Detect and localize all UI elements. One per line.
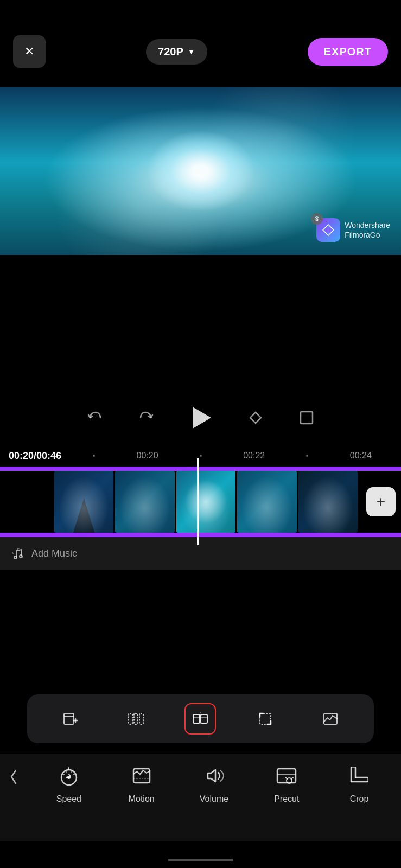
keyframe-button[interactable] [246, 409, 265, 427]
middle-area [0, 255, 401, 407]
time-mark-22: 00:22 [243, 451, 265, 461]
volume-label: Volume [200, 794, 228, 804]
mini-crop-corner-button[interactable] [250, 703, 281, 735]
scroll-indicator [168, 859, 233, 861]
track-top-bar [0, 467, 401, 471]
nav-item-precut[interactable]: Precut [265, 761, 308, 804]
svg-rect-12 [134, 713, 138, 724]
svg-rect-4 [301, 412, 313, 424]
thumbnail-2 [115, 471, 174, 533]
mini-trim-button[interactable] [120, 703, 151, 735]
time-dot [93, 455, 95, 457]
empty-area [0, 570, 401, 694]
playback-controls [0, 396, 401, 439]
add-music-bar[interactable]: Add Music [0, 537, 401, 570]
thumbnail-1 [54, 471, 113, 533]
timeline-ruler: 00:20/00:46 00:20 00:22 00:24 [0, 445, 401, 467]
svg-rect-19 [260, 713, 271, 724]
svg-rect-14 [193, 714, 200, 723]
watermark: ⊗ Wondershare FilmoraGo [316, 218, 390, 242]
speed-icon [54, 761, 84, 791]
time-marks: 00:20 00:22 00:24 [72, 451, 392, 461]
quality-selector[interactable]: 720P ▼ [146, 39, 207, 65]
time-mark-24: 00:24 [350, 451, 372, 461]
playhead [197, 458, 199, 545]
crop-label: Crop [350, 794, 369, 804]
track-thumbnails [54, 471, 358, 533]
svg-rect-15 [201, 714, 207, 723]
nav-items: Speed Motion Volume [27, 761, 401, 804]
svg-rect-23 [133, 769, 150, 783]
fullscreen-button[interactable] [297, 409, 316, 427]
svg-rect-11 [129, 713, 132, 724]
svg-rect-3 [250, 412, 261, 423]
watermark-text-block: Wondershare FilmoraGo [345, 220, 390, 240]
thumbnail-5 [298, 471, 358, 533]
svg-rect-7 [64, 713, 74, 724]
nav-item-speed[interactable]: Speed [47, 761, 91, 804]
undo-button[interactable] [86, 409, 104, 427]
mini-split-button[interactable] [184, 703, 216, 735]
precut-icon [271, 761, 302, 791]
timeline-track[interactable]: + [0, 467, 401, 537]
main-bottom-nav: Speed Motion Volume [0, 754, 401, 841]
time-dot [306, 455, 308, 457]
precut-label: Precut [274, 794, 299, 804]
nav-item-crop[interactable]: Crop [338, 761, 381, 804]
current-time: 00:20/00:46 [9, 450, 61, 462]
time-mark-20: 00:20 [137, 451, 158, 461]
crop-icon [344, 761, 374, 791]
play-icon [193, 407, 211, 429]
motion-label: Motion [129, 794, 155, 804]
add-music-label: Add Music [31, 548, 77, 559]
export-button[interactable]: EXPORT [308, 38, 388, 66]
mini-replace-button[interactable] [315, 703, 346, 735]
video-frame: ⊗ Wondershare FilmoraGo [0, 87, 401, 255]
speed-label: Speed [56, 794, 81, 804]
nav-item-motion[interactable]: Motion [120, 761, 163, 804]
add-music-icon [11, 546, 25, 560]
close-button[interactable]: ✕ [13, 35, 46, 68]
track-bottom-bar [0, 533, 401, 537]
svg-point-5 [14, 556, 17, 559]
svg-rect-13 [139, 713, 143, 724]
thumbnail-3 [176, 471, 235, 533]
redo-button[interactable] [137, 409, 155, 427]
motion-icon [126, 761, 157, 791]
mini-add-clip-button[interactable] [55, 703, 86, 735]
top-bar: ✕ 720P ▼ EXPORT [0, 0, 401, 87]
time-dot [200, 455, 202, 457]
thumbnail-4 [237, 471, 296, 533]
play-button[interactable] [188, 405, 214, 431]
video-preview: ⊗ Wondershare FilmoraGo [0, 87, 401, 255]
nav-back-button[interactable] [0, 761, 27, 793]
volume-icon [199, 761, 229, 791]
svg-point-6 [20, 555, 22, 558]
nav-item-volume[interactable]: Volume [192, 761, 235, 804]
add-clip-button[interactable]: + [366, 487, 396, 516]
mini-toolbar [27, 694, 374, 743]
